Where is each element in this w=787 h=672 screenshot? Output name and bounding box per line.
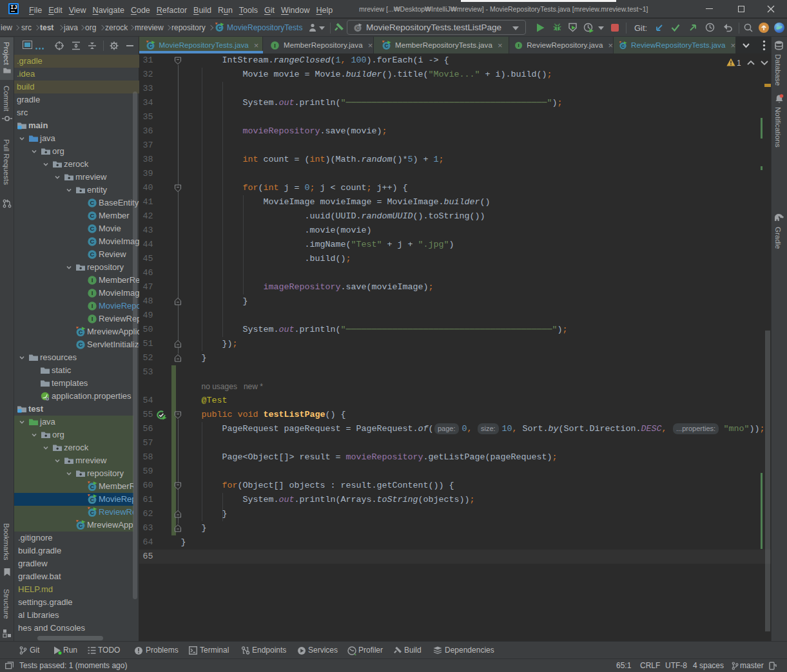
svg-text:C: C	[356, 25, 360, 31]
